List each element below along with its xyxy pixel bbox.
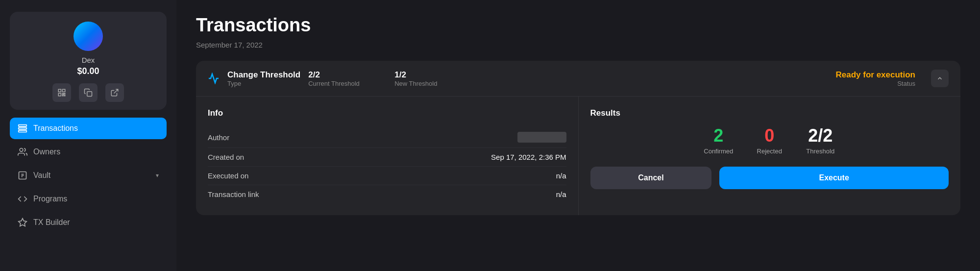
svg-rect-1: [63, 89, 65, 92]
copy-icon-button[interactable]: [79, 83, 98, 102]
sidebar-item-owners[interactable]: Owners: [10, 141, 167, 163]
external-link-icon-button[interactable]: [105, 83, 124, 102]
svg-rect-3: [63, 94, 64, 95]
tx-card-body: Info Author Created on Sep 17, 2022, 2:3…: [196, 97, 960, 215]
execute-button[interactable]: Execute: [719, 167, 949, 189]
sidebar-item-vault[interactable]: Vault ▾: [10, 165, 167, 186]
result-threshold: 2/2 Threshold: [801, 127, 840, 155]
tx-status-block: Ready for execution Status: [836, 70, 916, 87]
rejected-count: 0: [750, 127, 789, 145]
tx-current-threshold-block: 2/2 Current Threshold: [308, 70, 387, 87]
transactions-label: Transactions: [33, 124, 159, 133]
svg-rect-4: [64, 94, 65, 95]
tx-info-panel: Info Author Created on Sep 17, 2022, 2:3…: [196, 97, 579, 215]
threshold-count: 2/2: [801, 127, 840, 145]
tx-results-panel: Results 2 Confirmed 0 Rejected 2/2 Thres…: [579, 97, 961, 215]
avatar: [74, 22, 103, 51]
info-row-tx-link: Transaction link n/a: [208, 185, 566, 203]
transactions-icon: [18, 123, 27, 133]
tx-link-value: n/a: [556, 190, 566, 198]
info-row-executed: Executed on n/a: [208, 167, 566, 185]
tx-new-threshold-block: 1/2 New Threshold: [394, 70, 473, 87]
confirmed-count: 2: [699, 127, 738, 145]
sidebar-item-programs[interactable]: Programs: [10, 188, 167, 210]
svg-rect-7: [87, 92, 92, 97]
tx-current-threshold-value: 2/2: [308, 70, 387, 80]
tx-type-sub: Type: [227, 80, 300, 87]
tx-builder-icon: [18, 218, 27, 227]
svg-rect-2: [58, 94, 61, 96]
result-confirmed: 2 Confirmed: [699, 127, 738, 155]
svg-rect-0: [58, 89, 61, 92]
sidebar: Dex $0.00: [0, 0, 176, 271]
tx-new-threshold-value: 1/2: [394, 70, 473, 80]
svg-rect-6: [64, 95, 65, 96]
executed-label: Executed on: [208, 172, 248, 180]
svg-rect-11: [19, 130, 27, 132]
info-row-created: Created on Sep 17, 2022, 2:36 PM: [208, 148, 566, 167]
author-value-redacted: [517, 132, 566, 143]
page-date: September 17, 2022: [196, 41, 960, 49]
tx-status-label: Status: [836, 80, 916, 87]
tx-activity-icon: [208, 73, 220, 84]
info-row-author: Author: [208, 127, 566, 148]
sidebar-item-transactions[interactable]: Transactions: [10, 118, 167, 139]
svg-rect-9: [19, 125, 27, 126]
tx-status-value: Ready for execution: [836, 70, 916, 80]
tx-current-threshold-label: Current Threshold: [308, 80, 387, 87]
wallet-name: Dex: [82, 56, 95, 64]
result-rejected: 0 Rejected: [750, 127, 789, 155]
tx-builder-label: TX Builder: [33, 218, 159, 227]
results-actions: Cancel Execute: [590, 167, 949, 189]
cancel-button[interactable]: Cancel: [590, 167, 712, 189]
page-title: Transactions: [196, 15, 960, 36]
wallet-balance: $0.00: [77, 66, 99, 76]
rejected-label: Rejected: [750, 148, 789, 155]
owners-label: Owners: [33, 148, 159, 156]
main-content: Transactions September 17, 2022 Change T…: [176, 0, 980, 271]
nav-menu: Transactions Owners Vault ▾: [10, 118, 167, 233]
tx-link-label: Transaction link: [208, 190, 259, 198]
programs-icon: [18, 194, 27, 204]
info-panel-title: Info: [208, 108, 566, 118]
executed-value: n/a: [556, 172, 566, 180]
tx-new-threshold-label: New Threshold: [394, 80, 473, 87]
owners-icon: [18, 147, 27, 157]
svg-rect-10: [19, 127, 27, 129]
svg-point-12: [20, 148, 23, 152]
results-stats: 2 Confirmed 0 Rejected 2/2 Threshold: [590, 127, 949, 155]
vault-label: Vault: [33, 171, 150, 180]
wallet-card: Dex $0.00: [10, 12, 167, 110]
svg-marker-14: [19, 219, 27, 226]
tx-collapse-button[interactable]: [931, 70, 949, 87]
tx-card-header: Change Threshold Type 2/2 Current Thresh…: [196, 61, 960, 97]
sidebar-item-tx-builder[interactable]: TX Builder: [10, 212, 167, 233]
svg-line-8: [114, 89, 118, 93]
vault-icon: [18, 171, 27, 180]
created-value: Sep 17, 2022, 2:36 PM: [491, 153, 566, 161]
tx-type-label: Change Threshold: [227, 70, 300, 80]
tx-type-block: Change Threshold Type: [227, 70, 300, 87]
confirmed-label: Confirmed: [699, 148, 738, 155]
qr-icon-button[interactable]: [52, 83, 71, 102]
created-label: Created on: [208, 153, 244, 161]
transaction-card: Change Threshold Type 2/2 Current Thresh…: [196, 61, 960, 215]
programs-label: Programs: [33, 195, 159, 203]
threshold-label: Threshold: [801, 148, 840, 155]
results-panel-title: Results: [590, 108, 949, 118]
author-label: Author: [208, 133, 229, 142]
svg-rect-5: [63, 95, 64, 96]
vault-chevron-icon: ▾: [156, 172, 159, 179]
wallet-icon-row: [52, 83, 124, 102]
